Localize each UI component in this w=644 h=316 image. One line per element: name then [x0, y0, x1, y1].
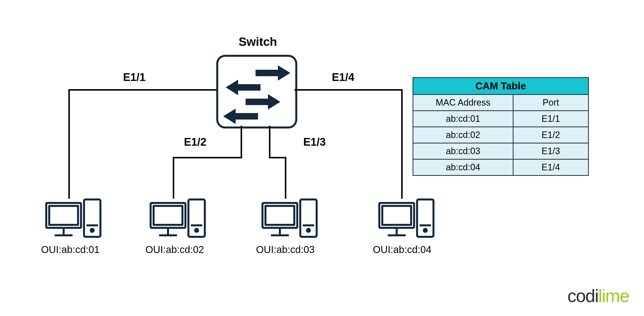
cam-col-mac: MAC Address [413, 95, 513, 111]
svg-rect-30 [382, 206, 411, 225]
port-label-e1-4: E1/4 [332, 71, 354, 83]
cam-table: CAM Table MAC Address Port ab:cd:01 E1/1… [412, 77, 589, 176]
cam-port: E1/4 [513, 159, 588, 176]
link-e1-3-h [269, 157, 286, 158]
switch-title: Switch [238, 35, 277, 49]
switch-icon [216, 55, 297, 128]
svg-marker-1 [278, 65, 290, 81]
host-label-2: OUI:ab:cd:02 [146, 244, 204, 255]
link-e1-4-v [401, 89, 403, 199]
port-label-e1-3: E1/3 [303, 136, 326, 148]
computer-icon-2 [149, 198, 206, 241]
cam-mac: ab:cd:01 [413, 111, 513, 127]
computer-icon-3 [261, 198, 318, 241]
diagram-stage: Switch [0, 0, 644, 316]
table-row: ab:cd:03 E1/3 [413, 143, 588, 159]
svg-point-13 [91, 229, 94, 232]
cam-port: E1/3 [513, 143, 588, 159]
computer-icon-4 [378, 198, 435, 241]
port-label-e1-2: E1/2 [184, 136, 206, 148]
link-e1-2-v2 [173, 157, 174, 199]
svg-point-34 [424, 229, 427, 232]
svg-point-27 [307, 229, 310, 232]
link-e1-2-h [173, 157, 242, 158]
svg-marker-3 [226, 80, 238, 95]
host-label-1: OUI:ab:cd:01 [41, 244, 100, 255]
codilime-logo: codilime [568, 286, 629, 306]
svg-rect-0 [256, 70, 278, 76]
svg-rect-6 [236, 113, 258, 119]
cam-port: E1/1 [513, 111, 588, 127]
link-e1-3-v1 [269, 126, 270, 158]
cam-col-port: Port [513, 95, 588, 111]
link-e1-1-v [68, 89, 70, 199]
cam-table-title: CAM Table [413, 78, 588, 95]
svg-marker-5 [268, 94, 280, 110]
link-e1-3-v2 [285, 157, 286, 199]
svg-rect-23 [266, 206, 294, 225]
svg-marker-7 [223, 109, 236, 124]
svg-rect-2 [238, 84, 260, 91]
svg-rect-4 [246, 99, 268, 105]
svg-rect-9 [49, 206, 78, 225]
table-row: ab:cd:01 E1/1 [413, 111, 588, 127]
link-e1-1-h [68, 89, 216, 91]
cam-mac: ab:cd:02 [413, 127, 513, 143]
host-label-4: OUI:ab:cd:04 [373, 244, 432, 255]
svg-rect-16 [154, 206, 182, 225]
link-e1-2-v1 [240, 126, 242, 158]
port-label-e1-1: E1/1 [123, 71, 146, 83]
logo-part2: lime [598, 286, 629, 306]
table-row: ab:cd:02 E1/2 [413, 127, 588, 143]
host-label-3: OUI:ab:cd:03 [256, 244, 315, 255]
svg-point-20 [195, 229, 198, 232]
logo-part1: codi [568, 286, 598, 306]
cam-mac: ab:cd:03 [413, 143, 513, 159]
computer-icon-1 [45, 198, 102, 241]
cam-port: E1/2 [513, 127, 588, 143]
link-e1-4-h [294, 89, 403, 91]
cam-mac: ab:cd:04 [413, 159, 513, 176]
table-row: ab:cd:04 E1/4 [413, 159, 588, 176]
